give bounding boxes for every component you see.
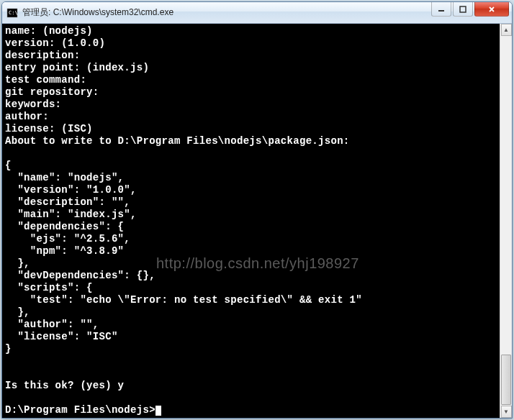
- minimize-button[interactable]: [431, 2, 451, 17]
- cursor: [155, 406, 161, 416]
- maximize-button[interactable]: [453, 2, 473, 17]
- titlebar[interactable]: C:\ 管理员: C:\Windows\system32\cmd.exe: [2, 2, 512, 24]
- cmd-window: C:\ 管理员: C:\Windows\system32\cmd.exe nam…: [1, 1, 513, 419]
- svg-rect-3: [460, 6, 466, 12]
- cmd-icon: C:\: [6, 7, 18, 19]
- close-button[interactable]: [474, 2, 509, 17]
- scroll-down-button[interactable]: ▼: [501, 406, 512, 418]
- scroll-up-button[interactable]: ▲: [501, 24, 512, 36]
- console-output[interactable]: name: (nodejs) version: (1.0.0) descript…: [2, 24, 500, 418]
- scroll-thumb[interactable]: [501, 355, 511, 405]
- console-area: name: (nodejs) version: (1.0.0) descript…: [2, 24, 512, 418]
- svg-text:C:\: C:\: [9, 10, 18, 16]
- vertical-scrollbar[interactable]: ▲ ▼: [500, 24, 512, 418]
- window-controls: [431, 2, 509, 17]
